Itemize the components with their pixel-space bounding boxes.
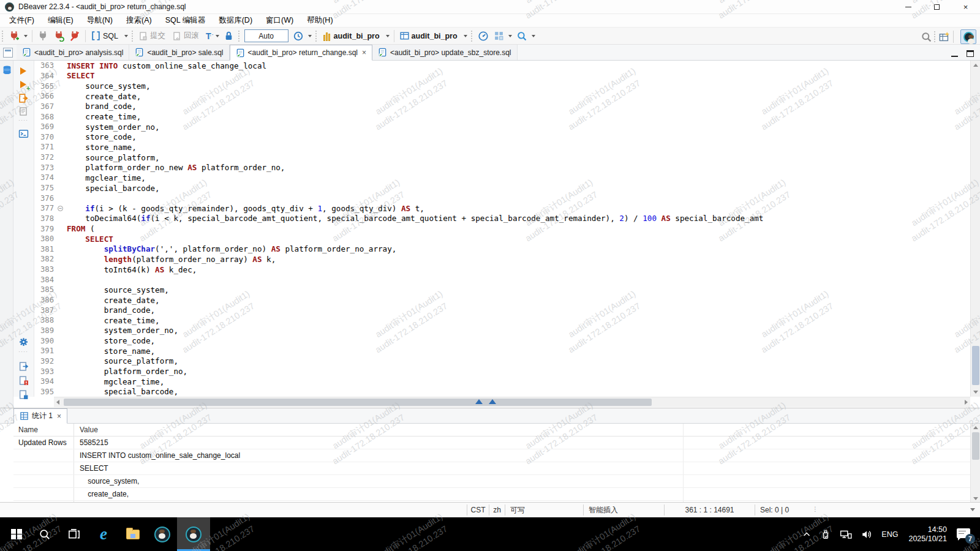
code-line[interactable]: 363INSERT INTO custom_online_sale_change…	[34, 61, 970, 71]
explain-plan-icon[interactable]	[18, 106, 29, 117]
fold-gutter[interactable]: −	[58, 206, 67, 211]
code-line[interactable]: 371 store_name,	[34, 142, 970, 152]
statistics-row[interactable]: source_system,	[13, 475, 970, 488]
editor-tab[interactable]: <audit_bi_pro> analysis.sql	[17, 45, 129, 60]
volume-icon[interactable]	[861, 529, 873, 540]
column-header-value[interactable]: Value	[74, 425, 98, 434]
statistics-row[interactable]: Updated Rows5585215	[13, 437, 970, 449]
menu-item-1[interactable]: 编辑(E)	[41, 14, 80, 27]
menu-item-2[interactable]: 导航(N)	[80, 14, 119, 27]
editor-tab[interactable]: <audit_bi_pro> return_change.sql×	[230, 45, 372, 61]
code-line[interactable]: 395 special_barcode,	[34, 387, 970, 397]
code-line[interactable]: 381 splitByChar(',', platform_order_no) …	[34, 244, 970, 255]
taskbar-search-button[interactable]	[31, 517, 59, 551]
scrollbar-thumb[interactable]	[972, 346, 979, 385]
quick-access-search-icon[interactable]	[921, 31, 932, 43]
statistics-row[interactable]: SELECT	[13, 462, 970, 475]
sql-editor-button[interactable]: SQL	[89, 29, 122, 43]
code-line[interactable]: 385 source_system,	[34, 285, 970, 295]
scrollbar-thumb[interactable]	[972, 432, 979, 460]
fold-collapse-icon[interactable]: −	[58, 206, 63, 211]
code-line[interactable]: 386 create_date,	[34, 295, 970, 305]
code-line[interactable]: 389 system_order_no,	[34, 326, 970, 336]
code-line[interactable]: 367 brand_code,	[34, 102, 970, 112]
maximize-view-icon[interactable]	[967, 50, 974, 57]
code-line[interactable]: 374 mgclear_time,	[34, 173, 970, 183]
code-line[interactable]: 368 create_time,	[34, 111, 970, 122]
code-line[interactable]: 366 create_date,	[34, 91, 970, 102]
editor-tab[interactable]: <audit_bi_pro> sale.sql	[129, 45, 229, 60]
action-center-button[interactable]: 7	[957, 528, 971, 541]
code-line[interactable]: 376	[34, 193, 970, 203]
code-line[interactable]: 364SELECT	[34, 71, 970, 81]
scroll-up-icon[interactable]	[973, 426, 978, 429]
usb-device-icon[interactable]	[820, 529, 831, 540]
transaction-lock-button[interactable]	[222, 29, 236, 43]
internet-explorer-button[interactable]: e	[89, 517, 118, 551]
code-line[interactable]: 390 store_code,	[34, 335, 970, 346]
chevron-down-icon[interactable]	[386, 35, 390, 37]
statistics-row[interactable]: create_date,	[13, 488, 970, 501]
dbeaver-active-button[interactable]	[177, 517, 210, 551]
scroll-down-icon[interactable]	[973, 391, 978, 394]
transaction-mode-button[interactable]: T:·	[204, 29, 213, 43]
start-button[interactable]	[2, 517, 31, 551]
dashboard-button[interactable]	[476, 29, 491, 43]
code-line[interactable]: 388 create_time,	[34, 315, 970, 326]
new-connection-button[interactable]	[7, 29, 21, 43]
statistics-row[interactable]: INSERT INTO custom_online_sale_change_lo…	[13, 449, 970, 462]
file-explorer-button[interactable]	[119, 517, 147, 551]
task-view-button[interactable]	[60, 517, 88, 551]
code-line[interactable]: 365 source_system,	[34, 81, 970, 91]
tray-chevron-up-icon[interactable]	[802, 530, 812, 539]
code-line[interactable]: 394 mgclear_time,	[34, 377, 970, 387]
panel-vertical-scrollbar[interactable]	[970, 424, 980, 503]
code-line[interactable]: 378 toDecimal64(if(i < k, special_barcod…	[34, 214, 970, 224]
code-line[interactable]: 369 system_order_no,	[34, 122, 970, 132]
sash-restore-arrows[interactable]	[475, 399, 496, 404]
chevron-down-icon[interactable]	[216, 35, 219, 37]
code-line[interactable]: 370 store_code,	[34, 132, 970, 142]
settings-gear-icon[interactable]	[18, 336, 29, 347]
scroll-left-icon[interactable]	[56, 400, 59, 405]
code-line[interactable]: 372 source_platform,	[34, 152, 970, 163]
maximize-button[interactable]	[922, 0, 951, 14]
dbeaver-pinned-button[interactable]	[148, 517, 176, 551]
column-header-name[interactable]: Name	[13, 425, 74, 434]
code-line[interactable]: 375 special_barcode,	[34, 183, 970, 193]
export-result-icon[interactable]	[18, 361, 29, 372]
chevron-down-icon[interactable]	[124, 35, 128, 37]
code-line[interactable]: 387 brand_code,	[34, 305, 970, 315]
statistics-tab[interactable]: 统计 1 ×	[13, 408, 67, 424]
code-line[interactable]: 383 toInt64(k) AS k_dec,	[34, 264, 970, 275]
execute-new-tab-icon[interactable]: +	[18, 79, 29, 90]
schema-select[interactable]: audit_bi_pro	[398, 29, 461, 43]
chevron-down-icon[interactable]	[464, 35, 467, 37]
reconnect-button[interactable]	[51, 29, 66, 43]
editor-tab[interactable]: <audit_bi_pro> update_sbz_store.sql	[372, 45, 517, 60]
menu-item-6[interactable]: 窗口(W)	[259, 14, 300, 27]
menu-item-4[interactable]: SQL 编辑器	[159, 14, 213, 27]
scroll-up-icon[interactable]	[973, 64, 978, 67]
menu-item-5[interactable]: 数据库(D)	[212, 14, 259, 27]
chevron-down-icon[interactable]	[308, 35, 312, 37]
scroll-right-icon[interactable]	[965, 400, 968, 405]
chevron-down-icon[interactable]	[508, 35, 512, 37]
chevron-down-icon[interactable]	[532, 35, 535, 37]
close-button[interactable]: ×	[951, 0, 980, 14]
scroll-down-icon[interactable]	[973, 497, 978, 500]
chevron-down-icon[interactable]	[970, 508, 975, 511]
close-icon[interactable]: ×	[57, 413, 61, 420]
open-perspective-icon[interactable]	[938, 31, 950, 43]
code-line[interactable]: 392 source_platform,	[34, 356, 970, 367]
restore-editor-icon[interactable]	[3, 48, 13, 58]
taskbar-clock[interactable]: 14:50 2025/10/21	[908, 525, 947, 544]
sql-console-icon[interactable]	[18, 128, 29, 139]
rollback-button[interactable]: 回滚	[170, 29, 203, 43]
editor-vertical-scrollbar[interactable]	[970, 61, 980, 397]
close-icon[interactable]: ×	[362, 49, 366, 56]
dbeaver-perspective-button[interactable]	[960, 29, 976, 44]
commit-mode-select[interactable]: Auto	[244, 29, 288, 42]
code-line[interactable]: 377− if(i > (k - goods_qty_remainder), g…	[34, 203, 970, 214]
sql-code-editor[interactable]: 363INSERT INTO custom_online_sale_change…	[34, 61, 970, 397]
